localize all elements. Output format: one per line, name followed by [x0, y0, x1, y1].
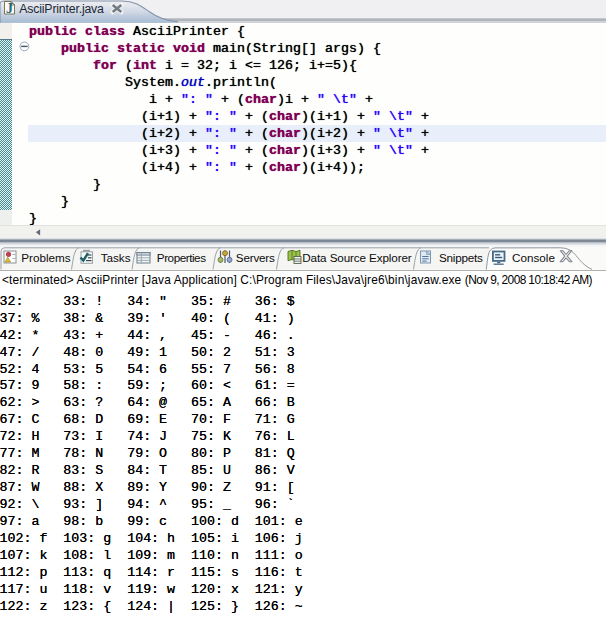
svg-text:Snippets: Snippets	[439, 251, 483, 264]
svg-text:Servers: Servers	[236, 251, 275, 264]
svg-text:J: J	[6, 1, 13, 16]
svg-text:AsciiPrinter.java: AsciiPrinter.java	[19, 2, 104, 16]
svg-text:Data Source Explorer: Data Source Explorer	[302, 251, 412, 264]
svg-text:Properties: Properties	[157, 251, 206, 264]
svg-text:Tasks: Tasks	[101, 251, 131, 264]
svg-text:Problems: Problems	[21, 251, 71, 264]
svg-text:Console: Console	[512, 251, 555, 264]
